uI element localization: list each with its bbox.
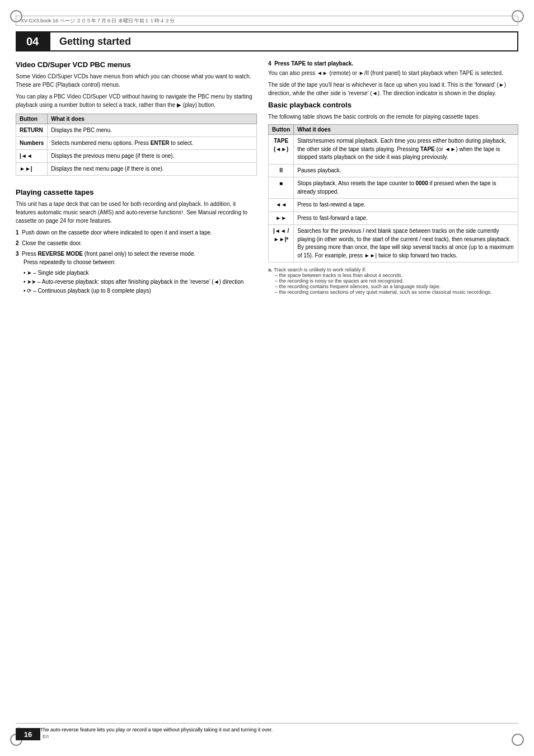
- bpc-row-button-4: ►►: [269, 212, 294, 225]
- page-lang: En: [43, 734, 49, 739]
- cassette-step-1: 2 Close the cassette door.: [16, 239, 257, 247]
- pbc-row-desc-3: Displays the next menu page (if there is…: [48, 163, 257, 176]
- bpc-row-button-1: II: [269, 164, 294, 177]
- pbc-row: |◄◄Displays the previous menu page (if t…: [16, 150, 257, 163]
- pbc-col1-header: Button: [16, 114, 48, 124]
- bpc-row-desc-5: Searches for the previous / next blank s…: [294, 225, 518, 262]
- cassette-steps: 1 Push down on the cassette door where i…: [16, 228, 257, 266]
- bpc-row-button-2: ■: [269, 177, 294, 199]
- chapter-title: Getting started: [59, 36, 131, 48]
- note-area: 🔔 Note 1 The auto-reverse feature lets y…: [16, 723, 518, 732]
- bpc-heading: Basic playback controls: [268, 101, 518, 109]
- pbc-row: RETURNDisplays the PBC menu.: [16, 124, 257, 137]
- footnote-a-content: a. Track search is unlikely to work reli…: [268, 267, 518, 295]
- pbc-row-button-2: |◄◄: [16, 150, 48, 163]
- bpc-table: Button What it does TAPE (◄►)Starts/resu…: [268, 124, 518, 262]
- page-number-box: 16: [16, 728, 40, 740]
- cassette-bullet-2: ⟳ – Continuous playback (up to 8 complet…: [24, 287, 257, 295]
- pbc-row-desc-0: Displays the PBC menu.: [48, 124, 257, 137]
- bpc-intro: The following table shows the basic cont…: [268, 112, 518, 121]
- press-tape-para1: You can also press ◄► (remote) or ►/II (…: [268, 69, 518, 77]
- page-number: 16: [24, 730, 32, 739]
- pbc-heading: Video CD/Super VCD PBC menus: [16, 60, 257, 69]
- pbc-row-desc-1: Selects numbered menu options. Press ENT…: [48, 137, 257, 150]
- cassette-step-2: 3 Press REVERSE MODE (front panel only) …: [16, 250, 257, 266]
- note-text: 1 The auto-reverse feature lets you play…: [36, 727, 273, 732]
- cassette-heading: Playing cassette tapes: [16, 188, 257, 196]
- bpc-row: ■Stops playback. Also resets the tape co…: [269, 177, 518, 199]
- press-tape-section: 4 Press TAPE to start playback. You can …: [268, 60, 518, 97]
- chapter-number: 04: [26, 35, 39, 48]
- pbc-section: Video CD/Super VCD PBC menus Some Video …: [16, 60, 257, 176]
- pbc-row: NumbersSelects numbered menu options. Pr…: [16, 137, 257, 150]
- pbc-row-button-0: RETURN: [16, 124, 48, 137]
- pbc-row-button-3: ►►|: [16, 163, 48, 176]
- left-column: Video CD/Super VCD PBC menus Some Video …: [16, 60, 257, 722]
- press-tape-step-heading: 4 Press TAPE to start playback.: [268, 60, 518, 67]
- bpc-row-desc-2: Stops playback. Also resets the tape cou…: [294, 177, 518, 199]
- bpc-section: Basic playback controls The following ta…: [268, 101, 518, 262]
- pbc-para2: You can play a PBC Video CD/Super VCD wi…: [16, 92, 257, 109]
- bpc-col2-header: What it does: [294, 125, 518, 135]
- header-bar: XV-GX3.book 16 ページ ２０５年７月６日 水曜日 午前１１時４２分: [16, 16, 518, 26]
- cassette-bullet-1: ➤➤ – Auto-reverse playback: stops after …: [24, 278, 257, 287]
- cassette-section: Playing cassette tapes This unit has a t…: [16, 188, 257, 295]
- bpc-row-button-0: TAPE (◄►): [269, 135, 294, 165]
- bpc-row-desc-3: Press to fast-rewind a tape.: [294, 199, 518, 212]
- cassette-para1: This unit has a tape deck that can be us…: [16, 200, 257, 225]
- bpc-row: IIPauses playback.: [269, 164, 518, 177]
- bpc-col1-header: Button: [269, 125, 294, 135]
- footnote-a: a. Track search is unlikely to work reli…: [268, 267, 518, 295]
- press-tape-para2: The side of the tape you'll hear is whic…: [268, 81, 518, 97]
- pbc-row-desc-2: Displays the previous menu page (if ther…: [48, 150, 257, 163]
- bpc-row: ►►Press to fast-forward a tape.: [269, 212, 518, 225]
- bpc-row-desc-4: Press to fast-forward a tape.: [294, 212, 518, 225]
- pbc-row-button-1: Numbers: [16, 137, 48, 150]
- cassette-bullet-0: ➤ – Single side playback: [24, 269, 257, 278]
- pbc-col2-header: What it does: [48, 114, 257, 124]
- bpc-row-button-5: |◄◄ / ►►|ᵃ: [269, 225, 294, 262]
- bpc-row-desc-0: Starts/resumes normal playback. Each tim…: [294, 135, 518, 165]
- right-column: 4 Press TAPE to start playback. You can …: [268, 60, 518, 722]
- bpc-row: |◄◄ / ►►|ᵃSearches for the previous / ne…: [269, 225, 518, 262]
- bpc-row: TAPE (◄►)Starts/resumes normal playback.…: [269, 135, 518, 165]
- bpc-row-desc-1: Pauses playback.: [294, 164, 518, 177]
- header-text: XV-GX3.book 16 ページ ２０５年７月６日 水曜日 午前１１時４２分: [21, 17, 175, 25]
- bpc-row-button-3: ◄◄: [269, 199, 294, 212]
- pbc-para1: Some Video CD/Super VCDs have menus from…: [16, 72, 257, 89]
- main-content: Video CD/Super VCD PBC menus Some Video …: [16, 60, 518, 722]
- chapter-title-box: Getting started: [49, 31, 518, 51]
- pbc-row: ►►|Displays the next menu page (if there…: [16, 163, 257, 176]
- cassette-bullet-list: ➤ – Single side playback➤➤ – Auto-revers…: [16, 269, 257, 295]
- corner-reg-br: [512, 734, 524, 746]
- cassette-step-0: 1 Push down on the cassette door where i…: [16, 228, 257, 237]
- chapter-number-box: 04: [16, 31, 49, 51]
- pbc-table: Button What it does RETURNDisplays the P…: [16, 114, 257, 176]
- bpc-row: ◄◄Press to fast-rewind a tape.: [269, 199, 518, 212]
